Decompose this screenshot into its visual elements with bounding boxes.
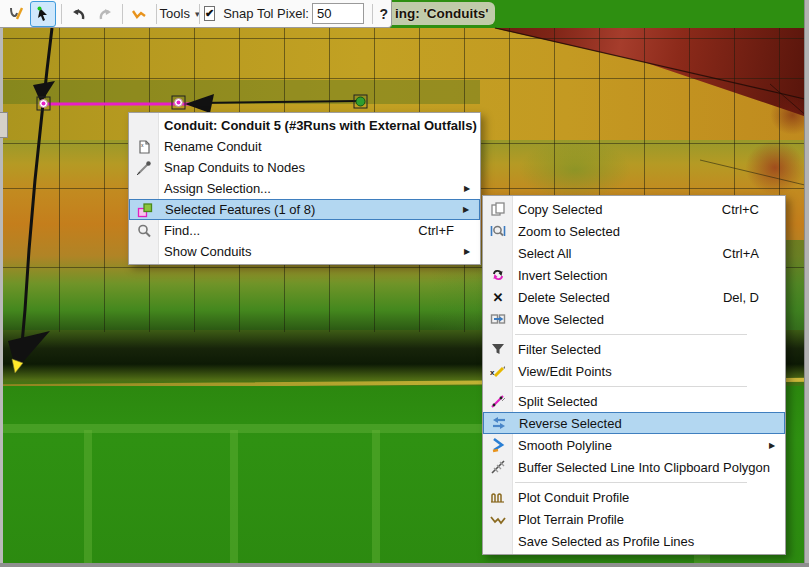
menu-item-label: Rename Conduit [159, 139, 480, 154]
digitize-polyline-button[interactable] [4, 2, 28, 26]
menu-item-label: Move Selected [513, 312, 785, 327]
snap-icon [129, 160, 159, 176]
menu-item-reverse-selected[interactable]: Reverse Selected [483, 412, 785, 434]
selected-features-icon [130, 202, 160, 218]
menu-item-plot-terrain-profile[interactable]: Plot Terrain Profile [483, 508, 785, 530]
menu-item-plot-conduit-profile[interactable]: Plot Conduit Profile [483, 486, 785, 508]
menu-item-smooth-polyline[interactable]: Smooth Polyline ▶ [483, 434, 785, 456]
redo-button[interactable] [93, 2, 117, 26]
delete-icon: ✕ [483, 291, 513, 304]
context-menu-header: Conduit: Conduit 5 (#3Runs with External… [129, 115, 480, 136]
menu-item-snap-conduits[interactable]: Snap Conduits to Nodes [129, 157, 480, 178]
menu-item-label: View/Edit Points [513, 364, 785, 379]
undo-button[interactable] [67, 2, 91, 26]
snap-tol-input[interactable] [312, 3, 364, 24]
move-icon [483, 311, 513, 327]
select-arrow-icon [35, 6, 51, 22]
help-button[interactable]: ? [379, 6, 388, 22]
menu-item-label: Reverse Selected [514, 416, 784, 431]
menu-item-select-all[interactable]: Select All Ctrl+A [483, 242, 785, 264]
menu-item-label: Filter Selected [513, 342, 785, 357]
smooth-icon [483, 437, 513, 453]
redo-icon [97, 6, 113, 22]
submenu-arrow-icon: ▶ [463, 205, 479, 214]
menu-item-delete-selected[interactable]: ✕ Delete Selected Del, D [483, 286, 785, 308]
buffer-icon [483, 459, 513, 475]
menu-item-invert-selection[interactable]: Invert Selection [483, 264, 785, 286]
polyline-orange-icon [131, 6, 147, 22]
menu-item-label: Smooth Polyline [513, 438, 769, 453]
menu-item-label: Show Conduits [159, 244, 464, 259]
menu-item-label: Assign Selection... [159, 181, 464, 196]
digitize-polyline-icon [8, 6, 24, 22]
menu-item-label: Zoom to Selected [513, 224, 785, 239]
menu-item-copy-selected[interactable]: Copy Selected Ctrl+C [483, 198, 785, 220]
zoom-to-selected-icon [483, 223, 513, 239]
menu-item-save-selected-profile-lines[interactable]: Save Selected as Profile Lines [483, 530, 785, 552]
toolbar-separator [372, 4, 373, 24]
toolbar-separator [156, 4, 157, 24]
menu-item-find[interactable]: Find... Ctrl+F [129, 220, 480, 241]
window-border-left [0, 28, 3, 567]
menu-item-rename-conduit[interactable]: x Rename Conduit [129, 136, 480, 157]
window-border-right [804, 0, 809, 567]
menu-item-shortcut: Del, D [723, 290, 785, 305]
menu-item-buffer-selected-line[interactable]: Buffer Selected Line Into Clipboard Poly… [483, 456, 785, 478]
menu-item-label: Selected Features (1 of 8) [160, 202, 463, 217]
menu-item-label: Find... [159, 223, 418, 238]
menu-item-shortcut: Ctrl+C [722, 202, 785, 217]
toolbar-separator [61, 4, 62, 24]
split-icon [483, 393, 513, 409]
snap-tol-label: Snap Tol Pixel: [223, 6, 309, 21]
rename-icon: x [129, 139, 159, 155]
menu-item-shortcut: Ctrl+F [418, 223, 480, 238]
selected-features-submenu: Copy Selected Ctrl+C Zoom to Selected Se… [482, 195, 786, 555]
menu-item-selected-features[interactable]: Selected Features (1 of 8) ▶ [129, 199, 480, 220]
snap-tol-checkbox[interactable]: ✔ [204, 6, 215, 21]
tools-label: Tools [160, 6, 190, 21]
menu-item-label: Plot Terrain Profile [513, 512, 785, 527]
menu-item-label: Buffer Selected Line Into Clipboard Poly… [513, 460, 785, 475]
menu-item-label: Copy Selected [513, 202, 722, 217]
grid-line [0, 38, 809, 39]
edge-grip[interactable] [0, 112, 8, 138]
menu-item-view-edit-points[interactable]: x View/Edit Points [483, 360, 785, 382]
undo-icon [71, 6, 87, 22]
street-vertical [372, 430, 380, 563]
menu-item-label: Select All [513, 246, 723, 261]
plot-terrain-icon [483, 511, 513, 527]
submenu-arrow-icon: ▶ [769, 441, 785, 450]
toolbar: Tools ▾ ✔ Snap Tol Pixel: ? [0, 0, 392, 28]
toolbar-separator [199, 4, 200, 24]
menu-item-move-selected[interactable]: Move Selected [483, 308, 785, 330]
copy-icon [483, 201, 513, 217]
menu-item-label: Split Selected [513, 394, 785, 409]
polyline-tool-button[interactable] [127, 2, 151, 26]
window-border-bottom [0, 563, 809, 567]
tools-menu-button[interactable]: Tools ▾ [162, 2, 195, 26]
menu-item-label: Delete Selected [513, 290, 723, 305]
menu-item-label: Snap Conduits to Nodes [159, 160, 480, 175]
menu-item-zoom-to-selected[interactable]: Zoom to Selected [483, 220, 785, 242]
invert-selection-icon [483, 267, 513, 283]
street-vertical [84, 430, 92, 563]
menu-separator [483, 330, 785, 338]
submenu-arrow-icon: ▶ [464, 247, 480, 256]
editing-mode-label: ing: 'Conduits' [391, 2, 495, 25]
app-window: Tools ▾ ✔ Snap Tol Pixel: ? ing: 'Condui… [0, 0, 809, 567]
grid-line [0, 78, 809, 79]
plot-conduit-icon [483, 489, 513, 505]
menu-item-filter-selected[interactable]: Filter Selected [483, 338, 785, 360]
menu-item-label: Save Selected as Profile Lines [513, 534, 785, 549]
menu-item-shortcut: Ctrl+A [723, 246, 785, 261]
menu-item-label: Invert Selection [513, 268, 785, 283]
select-tool-button[interactable] [30, 1, 56, 27]
menu-separator [483, 478, 785, 486]
menu-item-assign-selection[interactable]: Assign Selection... ▶ [129, 178, 480, 199]
menu-item-show-conduits[interactable]: Show Conduits ▶ [129, 241, 480, 262]
conduit-context-menu: Conduit: Conduit 5 (#3Runs with External… [128, 112, 481, 265]
menu-separator [483, 382, 785, 390]
view-edit-points-icon: x [483, 363, 513, 379]
svg-text:x: x [490, 368, 495, 377]
menu-item-split-selected[interactable]: Split Selected [483, 390, 785, 412]
